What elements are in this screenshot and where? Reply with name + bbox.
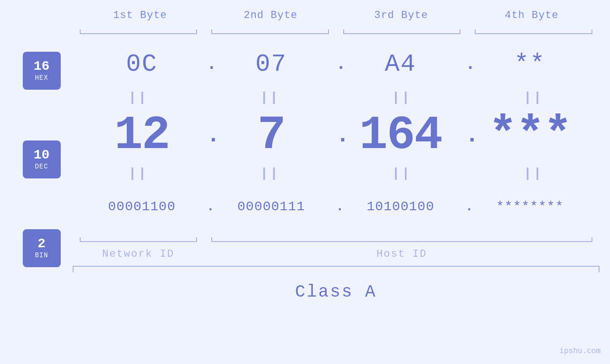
dec-badge: 10 DEC (23, 140, 61, 178)
dec-row: 12 . 7 . 164 . *** (73, 109, 600, 161)
bin-badge: 2 BIN (23, 229, 61, 267)
dec-val-1: 12 (114, 109, 169, 162)
hex-val-3: A4 (385, 50, 416, 78)
badges-column: 16 HEX 10 DEC 2 BIN (11, 26, 73, 302)
dec-val-3: 164 (359, 109, 442, 162)
network-bracket (73, 230, 205, 242)
header-byte1: 1st Byte (75, 9, 206, 21)
bin-val-2: 00000111 (237, 199, 305, 214)
bottom-area: Network ID Host ID Class A (73, 230, 600, 302)
hex-cell-1: 0C (73, 50, 212, 78)
bin-badge-label: BIN (35, 252, 48, 259)
top-brackets (73, 26, 600, 40)
header-byte3: 3rd Byte (336, 9, 467, 21)
equals-row-1: || || || || (73, 85, 600, 109)
bin-cell-1: 00001100 (73, 199, 212, 214)
bin-cell-3: 10100100 (331, 199, 470, 214)
eq1-2: || (204, 90, 336, 105)
dec-cell-3: 164 (331, 109, 470, 162)
bin-row: 00001100 . 00000111 . 10100100 . *******… (73, 185, 600, 228)
dec-cell-2: 7 (202, 109, 341, 162)
top-bracket-4 (468, 26, 600, 40)
dec-badge-label: DEC (35, 163, 48, 170)
eq2-1: || (73, 166, 205, 181)
bin-val-4: ******** (496, 199, 563, 214)
data-area: 0C . 07 . A4 . ** || || || || (73, 26, 600, 302)
id-labels: Network ID Host ID (73, 248, 600, 260)
big-bracket (73, 266, 600, 278)
host-id-label: Host ID (204, 248, 600, 260)
class-label: Class A (73, 282, 600, 302)
top-bracket-2 (204, 26, 336, 40)
bottom-brackets (73, 230, 600, 244)
network-id-label: Network ID (73, 248, 205, 260)
hex-cell-4: ** (460, 50, 600, 78)
eq1-1: || (73, 90, 205, 105)
header-byte4: 4th Byte (467, 9, 597, 21)
hex-badge-number: 16 (34, 59, 50, 74)
bin-badge-number: 2 (38, 237, 46, 252)
byte-headers: 1st Byte 2nd Byte 3rd Byte 4th Byte (75, 9, 597, 21)
hex-row: 0C . 07 . A4 . ** (73, 43, 600, 85)
top-bracket-1 (73, 26, 205, 40)
eq1-3: || (336, 90, 468, 105)
eq2-3: || (336, 166, 468, 181)
host-bracket (204, 230, 600, 242)
top-bracket-3 (336, 26, 468, 40)
header-byte2: 2nd Byte (206, 9, 336, 21)
hex-val-4: ** (514, 50, 545, 78)
bin-val-3: 10100100 (367, 199, 434, 214)
hex-val-1: 0C (126, 50, 158, 78)
eq2-4: || (468, 166, 600, 181)
hex-badge-label: HEX (35, 74, 48, 82)
bin-cell-4: ******** (460, 199, 600, 214)
dec-cell-4: *** (460, 109, 600, 162)
bin-cell-2: 00000111 (202, 199, 341, 214)
hex-cell-3: A4 (331, 50, 470, 78)
dec-val-4: *** (488, 109, 571, 162)
main-container: 1st Byte 2nd Byte 3rd Byte 4th Byte 16 H… (0, 0, 610, 364)
bin-val-1: 00001100 (108, 199, 176, 214)
eq1-4: || (468, 90, 600, 105)
content-area: 16 HEX 10 DEC 2 BIN (11, 26, 600, 302)
watermark: ipshu.com (560, 347, 601, 355)
dec-badge-number: 10 (34, 148, 50, 163)
equals-row-2: || || || || (73, 161, 600, 185)
hex-val-2: 07 (255, 50, 287, 78)
dec-val-2: 7 (257, 109, 285, 162)
eq2-2: || (204, 166, 336, 181)
hex-cell-2: 07 (202, 50, 341, 78)
hex-badge: 16 HEX (23, 52, 61, 90)
dec-cell-1: 12 (73, 109, 212, 162)
